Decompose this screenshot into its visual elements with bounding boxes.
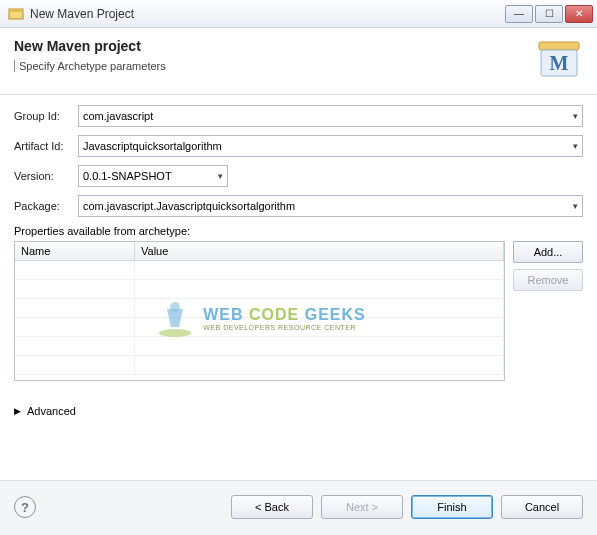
add-button[interactable]: Add... — [513, 241, 583, 263]
cancel-button[interactable]: Cancel — [501, 495, 583, 519]
titlebar-left: New Maven Project — [8, 6, 134, 22]
back-button[interactable]: < Back — [231, 495, 313, 519]
expand-icon: ▶ — [14, 406, 21, 416]
package-value: com.javascript.Javascriptquicksortalgori… — [83, 200, 295, 212]
close-button[interactable]: ✕ — [565, 5, 593, 23]
window-controls: — ☐ ✕ — [503, 5, 593, 23]
wizard-icon — [8, 6, 24, 22]
chevron-down-icon: ▾ — [218, 171, 223, 181]
properties-section-label: Properties available from archetype: — [14, 225, 583, 237]
page-subtitle: Specify Archetype parameters — [14, 60, 166, 72]
table-header: Name Value — [15, 242, 504, 261]
next-button: Next > — [321, 495, 403, 519]
package-row: Package: com.javascript.Javascriptquicks… — [14, 195, 583, 217]
table-row[interactable] — [15, 356, 504, 375]
chevron-down-icon: ▾ — [573, 111, 578, 121]
svg-rect-1 — [9, 9, 23, 12]
advanced-label: Advanced — [27, 405, 76, 417]
maven-icon: M — [535, 38, 583, 80]
chevron-down-icon: ▾ — [573, 201, 578, 211]
advanced-expander[interactable]: ▶ Advanced — [14, 405, 583, 417]
table-row[interactable] — [15, 261, 504, 280]
window-titlebar: New Maven Project — ☐ ✕ — [0, 0, 597, 28]
package-field[interactable]: com.javascript.Javascriptquicksortalgori… — [78, 195, 583, 217]
artifact-id-row: Artifact Id: Javascriptquicksortalgorith… — [14, 135, 583, 157]
version-value: 0.0.1-SNAPSHOT — [83, 170, 172, 182]
version-field[interactable]: 0.0.1-SNAPSHOT ▾ — [78, 165, 228, 187]
page-title: New Maven project — [14, 38, 166, 54]
properties-table[interactable]: Name Value WEB C — [14, 241, 505, 381]
table-side-buttons: Add... Remove — [513, 241, 583, 381]
maximize-button[interactable]: ☐ — [535, 5, 563, 23]
remove-button: Remove — [513, 269, 583, 291]
wizard-footer: ? < Back Next > Finish Cancel — [0, 480, 597, 535]
artifact-id-field[interactable]: Javascriptquicksortalgorithm ▾ — [78, 135, 583, 157]
chevron-down-icon: ▾ — [573, 141, 578, 151]
minimize-button[interactable]: — — [505, 5, 533, 23]
window-title: New Maven Project — [30, 7, 134, 21]
version-label: Version: — [14, 170, 72, 182]
group-id-field[interactable]: com.javascript ▾ — [78, 105, 583, 127]
artifact-id-label: Artifact Id: — [14, 140, 72, 152]
form-area: Group Id: com.javascript ▾ Artifact Id: … — [0, 95, 597, 423]
footer-buttons: < Back Next > Finish Cancel — [231, 495, 583, 519]
finish-button[interactable]: Finish — [411, 495, 493, 519]
col-header-value[interactable]: Value — [135, 242, 504, 260]
table-body: WEB CODE GEEKS WEB DEVELOPERS RESOURCE C… — [15, 261, 504, 376]
svg-text:M: M — [550, 52, 569, 74]
table-row[interactable] — [15, 318, 504, 337]
table-row[interactable] — [15, 337, 504, 356]
wizard-header-text: New Maven project Specify Archetype para… — [14, 38, 166, 72]
col-header-name[interactable]: Name — [15, 242, 135, 260]
package-label: Package: — [14, 200, 72, 212]
properties-table-wrap: Name Value WEB C — [14, 241, 583, 381]
group-id-label: Group Id: — [14, 110, 72, 122]
group-id-row: Group Id: com.javascript ▾ — [14, 105, 583, 127]
help-icon[interactable]: ? — [14, 496, 36, 518]
table-row[interactable] — [15, 299, 504, 318]
table-row[interactable] — [15, 280, 504, 299]
wizard-header: New Maven project Specify Archetype para… — [0, 28, 597, 95]
group-id-value: com.javascript — [83, 110, 153, 122]
artifact-id-value: Javascriptquicksortalgorithm — [83, 140, 222, 152]
svg-rect-2 — [539, 42, 579, 50]
version-row: Version: 0.0.1-SNAPSHOT ▾ — [14, 165, 583, 187]
